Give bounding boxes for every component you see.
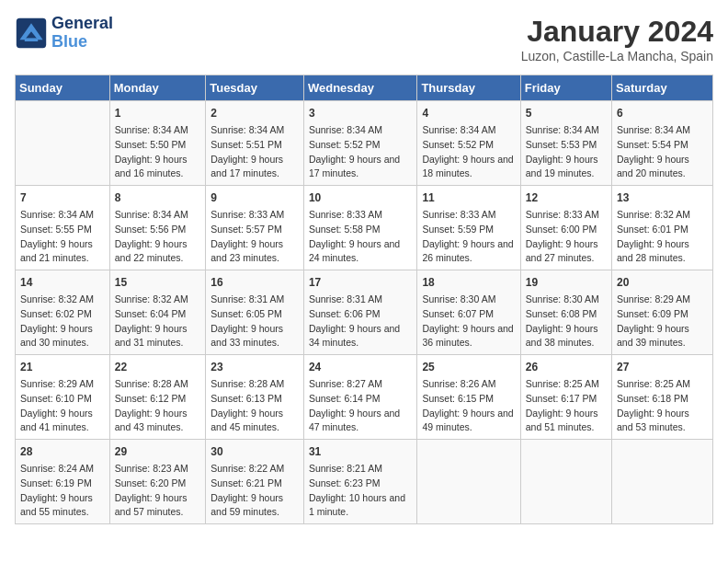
day-content: Sunrise: 8:27 AM Sunset: 6:14 PM Dayligh… [309,377,413,435]
calendar-cell: 8Sunrise: 8:34 AM Sunset: 5:56 PM Daylig… [109,186,206,270]
calendar-cell: 21Sunrise: 8:29 AM Sunset: 6:10 PM Dayli… [16,355,110,440]
day-content: Sunrise: 8:28 AM Sunset: 6:12 PM Dayligh… [115,377,201,435]
day-number: 11 [422,190,515,206]
weekday-header: Sunday [16,75,110,101]
svg-rect-0 [17,18,46,48]
calendar-cell: 22Sunrise: 8:28 AM Sunset: 6:12 PM Dayli… [109,355,206,440]
calendar-cell: 31Sunrise: 8:21 AM Sunset: 6:23 PM Dayli… [303,440,417,524]
calendar-cell: 23Sunrise: 8:28 AM Sunset: 6:13 PM Dayli… [206,355,304,440]
day-content: Sunrise: 8:34 AM Sunset: 5:53 PM Dayligh… [526,123,607,181]
day-content: Sunrise: 8:34 AM Sunset: 5:54 PM Dayligh… [617,123,708,181]
day-content: Sunrise: 8:33 AM Sunset: 6:00 PM Dayligh… [526,208,607,266]
day-number: 20 [617,274,708,291]
weekday-header: Friday [520,75,611,101]
day-number: 13 [617,190,708,206]
day-content: Sunrise: 8:34 AM Sunset: 5:50 PM Dayligh… [115,123,201,181]
subtitle: Luzon, Castille-La Mancha, Spain [521,49,713,63]
day-number: 19 [526,274,607,291]
day-number: 15 [115,274,201,291]
day-number: 31 [309,443,413,460]
calendar-cell: 10Sunrise: 8:33 AM Sunset: 5:58 PM Dayli… [303,186,417,270]
calendar-week-row: 28Sunrise: 8:24 AM Sunset: 6:19 PM Dayli… [16,440,713,524]
day-number: 25 [422,359,515,375]
day-number: 6 [617,105,708,121]
day-number: 5 [526,105,607,121]
calendar-cell: 20Sunrise: 8:29 AM Sunset: 6:09 PM Dayli… [612,270,713,355]
calendar-cell [417,440,520,524]
calendar-cell: 16Sunrise: 8:31 AM Sunset: 6:05 PM Dayli… [206,270,304,355]
day-content: Sunrise: 8:33 AM Sunset: 5:59 PM Dayligh… [422,208,515,266]
day-number: 14 [20,274,105,291]
day-number: 3 [309,105,413,121]
calendar-cell: 13Sunrise: 8:32 AM Sunset: 6:01 PM Dayli… [612,186,713,270]
logo-icon [15,17,48,50]
day-content: Sunrise: 8:22 AM Sunset: 6:21 PM Dayligh… [210,462,299,520]
day-number: 24 [309,359,413,375]
day-number: 18 [422,274,515,291]
calendar-cell: 5Sunrise: 8:34 AM Sunset: 5:53 PM Daylig… [520,101,611,186]
calendar-cell: 1Sunrise: 8:34 AM Sunset: 5:50 PM Daylig… [109,101,206,186]
weekday-header: Wednesday [303,75,417,101]
calendar-cell: 17Sunrise: 8:31 AM Sunset: 6:06 PM Dayli… [303,270,417,355]
day-content: Sunrise: 8:29 AM Sunset: 6:10 PM Dayligh… [20,377,105,435]
calendar-cell [16,101,110,186]
day-number: 1 [115,105,201,121]
weekday-header: Tuesday [206,75,304,101]
svg-rect-2 [25,38,38,41]
calendar-cell: 28Sunrise: 8:24 AM Sunset: 6:19 PM Dayli… [16,440,110,524]
day-content: Sunrise: 8:21 AM Sunset: 6:23 PM Dayligh… [309,462,413,520]
calendar-cell: 6Sunrise: 8:34 AM Sunset: 5:54 PM Daylig… [612,101,713,186]
calendar-cell: 27Sunrise: 8:25 AM Sunset: 6:18 PM Dayli… [612,355,713,440]
day-number: 22 [115,359,201,375]
day-number: 27 [617,359,708,375]
day-number: 26 [526,359,607,375]
day-content: Sunrise: 8:28 AM Sunset: 6:13 PM Dayligh… [210,377,299,435]
logo-text-blue: Blue [51,33,113,52]
calendar-cell: 29Sunrise: 8:23 AM Sunset: 6:20 PM Dayli… [109,440,206,524]
day-content: Sunrise: 8:31 AM Sunset: 6:05 PM Dayligh… [210,293,299,350]
day-number: 30 [210,443,299,460]
calendar-week-row: 14Sunrise: 8:32 AM Sunset: 6:02 PM Dayli… [16,270,713,355]
day-content: Sunrise: 8:34 AM Sunset: 5:51 PM Dayligh… [210,123,299,181]
day-content: Sunrise: 8:34 AM Sunset: 5:52 PM Dayligh… [309,123,413,181]
day-number: 4 [422,105,515,121]
calendar-cell: 25Sunrise: 8:26 AM Sunset: 6:15 PM Dayli… [417,355,520,440]
calendar-week-row: 21Sunrise: 8:29 AM Sunset: 6:10 PM Dayli… [16,355,713,440]
calendar-cell: 2Sunrise: 8:34 AM Sunset: 5:51 PM Daylig… [206,101,304,186]
day-content: Sunrise: 8:25 AM Sunset: 6:18 PM Dayligh… [617,377,708,435]
calendar-cell: 3Sunrise: 8:34 AM Sunset: 5:52 PM Daylig… [303,101,417,186]
calendar-cell [612,440,713,524]
day-content: Sunrise: 8:34 AM Sunset: 5:56 PM Dayligh… [115,208,201,266]
day-content: Sunrise: 8:30 AM Sunset: 6:07 PM Dayligh… [422,293,515,350]
day-number: 29 [115,443,201,460]
calendar-cell: 11Sunrise: 8:33 AM Sunset: 5:59 PM Dayli… [417,186,520,270]
day-content: Sunrise: 8:34 AM Sunset: 5:55 PM Dayligh… [20,208,105,266]
day-content: Sunrise: 8:26 AM Sunset: 6:15 PM Dayligh… [422,377,515,435]
day-content: Sunrise: 8:31 AM Sunset: 6:06 PM Dayligh… [309,293,413,350]
day-content: Sunrise: 8:25 AM Sunset: 6:17 PM Dayligh… [526,377,607,435]
weekday-header: Thursday [417,75,520,101]
calendar-table: SundayMondayTuesdayWednesdayThursdayFrid… [15,75,713,524]
day-number: 23 [210,359,299,375]
weekday-header: Monday [109,75,206,101]
day-content: Sunrise: 8:32 AM Sunset: 6:04 PM Dayligh… [115,293,201,350]
day-content: Sunrise: 8:29 AM Sunset: 6:09 PM Dayligh… [617,293,708,350]
page-header: General Blue January 2024 Luzon, Castill… [15,15,713,63]
calendar-cell [520,440,611,524]
day-number: 2 [210,105,299,121]
day-content: Sunrise: 8:34 AM Sunset: 5:52 PM Dayligh… [422,123,515,181]
calendar-cell: 12Sunrise: 8:33 AM Sunset: 6:00 PM Dayli… [520,186,611,270]
day-content: Sunrise: 8:32 AM Sunset: 6:02 PM Dayligh… [20,293,105,350]
day-content: Sunrise: 8:33 AM Sunset: 5:58 PM Dayligh… [309,208,413,266]
calendar-cell: 4Sunrise: 8:34 AM Sunset: 5:52 PM Daylig… [417,101,520,186]
day-number: 21 [20,359,105,375]
logo: General Blue [15,15,113,52]
calendar-week-row: 7Sunrise: 8:34 AM Sunset: 5:55 PM Daylig… [16,186,713,270]
day-number: 8 [115,190,201,206]
calendar-cell: 19Sunrise: 8:30 AM Sunset: 6:08 PM Dayli… [520,270,611,355]
day-number: 16 [210,274,299,291]
day-content: Sunrise: 8:23 AM Sunset: 6:20 PM Dayligh… [115,462,201,520]
day-content: Sunrise: 8:24 AM Sunset: 6:19 PM Dayligh… [20,462,105,520]
calendar-cell: 15Sunrise: 8:32 AM Sunset: 6:04 PM Dayli… [109,270,206,355]
weekday-header: Saturday [612,75,713,101]
